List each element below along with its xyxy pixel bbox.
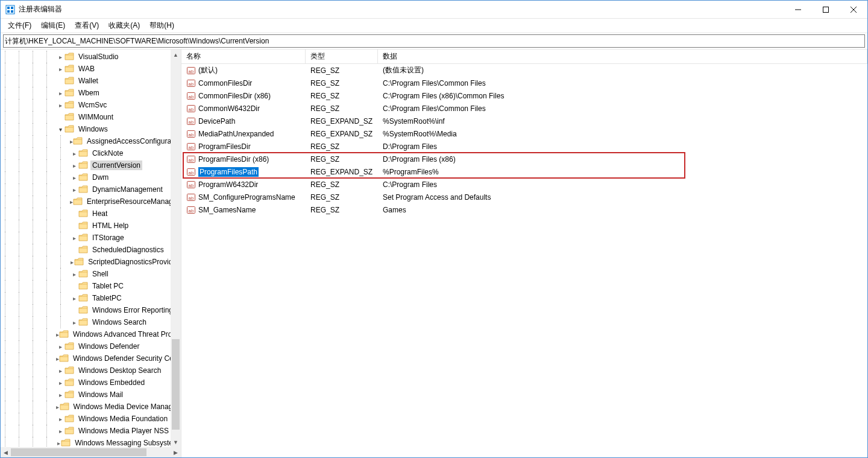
menu-edit[interactable]: 编辑(E) bbox=[36, 19, 70, 32]
tree-item[interactable]: HTML Help bbox=[1, 220, 181, 232]
address-text: 计算机\HKEY_LOCAL_MACHINE\SOFTWARE\Microsof… bbox=[5, 36, 269, 46]
close-button[interactable] bbox=[840, 1, 867, 19]
chevron-right-icon[interactable]: ▸ bbox=[56, 416, 64, 422]
maximize-button[interactable] bbox=[812, 1, 840, 19]
value-row[interactable]: abSM_GamesNameREG_SZGames bbox=[181, 203, 867, 216]
chevron-right-icon[interactable]: ▸ bbox=[56, 380, 64, 386]
value-data: C:\Program Files\Common Files bbox=[378, 104, 867, 113]
tree-item[interactable]: WIMMount bbox=[1, 111, 181, 123]
scroll-left-icon[interactable]: ◀ bbox=[1, 447, 11, 457]
tree-item[interactable]: ▸ClickNote bbox=[1, 147, 181, 159]
value-row[interactable]: abProgramFilesDir (x86)REG_SZD:\Program … bbox=[181, 153, 867, 165]
tree-item[interactable]: ScheduledDiagnostics bbox=[1, 244, 181, 256]
tree-item[interactable]: ▸Shell bbox=[1, 268, 181, 280]
tree-item[interactable]: ▸Windows Media Foundation bbox=[1, 413, 181, 425]
chevron-down-icon[interactable]: ▾ bbox=[56, 126, 64, 133]
tree-item[interactable]: ▸Windows Search bbox=[1, 316, 181, 328]
column-header-data[interactable]: 数据 bbox=[378, 49, 867, 63]
value-row[interactable]: ab(默认)REG_SZ(数值未设置) bbox=[181, 64, 867, 77]
folder-icon bbox=[73, 137, 83, 145]
tree-item[interactable]: ▸ITStorage bbox=[1, 232, 181, 244]
tree-item[interactable]: Tablet PC bbox=[1, 280, 181, 292]
chevron-right-icon[interactable]: ▸ bbox=[70, 271, 78, 278]
tree-item[interactable]: ▸Wbem bbox=[1, 87, 181, 99]
value-data: Games bbox=[378, 206, 867, 214]
chevron-right-icon[interactable]: ▸ bbox=[70, 162, 78, 169]
value-row[interactable]: abMediaPathUnexpandedREG_EXPAND_SZ%Syste… bbox=[181, 127, 867, 140]
tree-item[interactable]: Wallet bbox=[1, 75, 181, 87]
tree-item[interactable]: ▸Windows Embedded bbox=[1, 377, 181, 389]
menu-view[interactable]: 查看(V) bbox=[70, 19, 104, 32]
value-row[interactable]: abCommonW6432DirREG_SZC:\Program Files\C… bbox=[181, 102, 867, 115]
value-row[interactable]: abProgramFilesPathREG_EXPAND_SZ%ProgramF… bbox=[181, 165, 867, 178]
tree-item[interactable]: Windows Error Reporting bbox=[1, 304, 181, 316]
tree-item[interactable]: ▸DynamicManagement bbox=[1, 183, 181, 196]
column-header-name[interactable]: 名称 bbox=[181, 49, 306, 63]
tree-vertical-scrollbar[interactable]: ▲ ▼ bbox=[171, 49, 181, 447]
chevron-right-icon[interactable]: ▸ bbox=[70, 295, 78, 302]
value-row[interactable]: abProgramW6432DirREG_SZC:\Program Files bbox=[181, 178, 867, 191]
tree-item[interactable]: ▸TabletPC bbox=[1, 292, 181, 304]
chevron-right-icon[interactable]: ▸ bbox=[56, 54, 64, 60]
tree-item[interactable]: ▸Windows Advanced Threat Protection bbox=[1, 328, 181, 340]
tree-item[interactable]: ▸ScriptedDiagnosticsProvider bbox=[1, 256, 181, 268]
menu-help[interactable]: 帮助(H) bbox=[145, 19, 179, 32]
value-row[interactable]: abProgramFilesDirREG_SZD:\Program Files bbox=[181, 140, 867, 153]
tree-item-label: Tablet PC bbox=[90, 281, 125, 291]
tree-item[interactable]: ▸Windows Defender bbox=[1, 340, 181, 352]
tree-item[interactable]: ▸EnterpriseResourceManager bbox=[1, 196, 181, 208]
chevron-right-icon[interactable]: ▸ bbox=[56, 90, 64, 97]
tree-item[interactable]: ▸WcmSvc bbox=[1, 99, 181, 111]
tree-horizontal-scrollbar[interactable]: ◀ ▶ bbox=[1, 447, 181, 457]
tree-item-label: TabletPC bbox=[90, 293, 124, 303]
chevron-right-icon[interactable]: ▸ bbox=[70, 150, 78, 157]
menu-favorites[interactable]: 收藏夹(A) bbox=[104, 19, 145, 32]
tree-item[interactable]: ▸CurrentVersion bbox=[1, 159, 181, 171]
titlebar[interactable]: 注册表编辑器 bbox=[1, 1, 867, 19]
tree-item[interactable]: ▸Windows Messaging Subsystem bbox=[1, 437, 181, 447]
address-bar[interactable]: 计算机\HKEY_LOCAL_MACHINE\SOFTWARE\Microsof… bbox=[3, 34, 865, 48]
chevron-right-icon[interactable]: ▸ bbox=[70, 319, 78, 326]
chevron-right-icon[interactable]: ▸ bbox=[56, 343, 64, 350]
value-row[interactable]: abCommonFilesDirREG_SZC:\Program Files\C… bbox=[181, 77, 867, 89]
chevron-right-icon[interactable]: ▸ bbox=[56, 102, 64, 109]
tree-item[interactable]: ▸Windows Desktop Search bbox=[1, 364, 181, 377]
vertical-scroll-thumb[interactable] bbox=[172, 339, 180, 430]
chevron-right-icon[interactable]: ▸ bbox=[56, 428, 64, 434]
tree-item[interactable]: ▸Dwm bbox=[1, 171, 181, 183]
chevron-right-icon[interactable]: ▸ bbox=[56, 367, 64, 374]
tree-item[interactable]: ▸Windows Media Player NSS bbox=[1, 425, 181, 437]
tree-item-label: WcmSvc bbox=[77, 100, 108, 110]
scroll-right-icon[interactable]: ▶ bbox=[171, 447, 181, 457]
scroll-down-icon[interactable]: ▼ bbox=[171, 437, 181, 447]
tree-item[interactable]: ▾Windows bbox=[1, 123, 181, 135]
tree-item[interactable]: ▸Windows Media Device Manager bbox=[1, 401, 181, 413]
column-header-type[interactable]: 类型 bbox=[306, 49, 378, 63]
tree-item[interactable]: ▸Windows Mail bbox=[1, 389, 181, 401]
registry-tree[interactable]: ▸VisualStudio▸WABWallet▸Wbem▸WcmSvcWIMMo… bbox=[1, 49, 181, 447]
chevron-right-icon[interactable]: ▸ bbox=[70, 186, 78, 193]
minimize-button[interactable] bbox=[784, 1, 812, 19]
tree-item[interactable]: ▸Windows Defender Security Center bbox=[1, 352, 181, 364]
tree-item[interactable]: Heat bbox=[1, 208, 181, 220]
tree-item-label: EnterpriseResourceManager bbox=[85, 197, 181, 206]
chevron-right-icon[interactable]: ▸ bbox=[56, 66, 64, 72]
chevron-right-icon[interactable]: ▸ bbox=[70, 235, 78, 241]
value-row[interactable]: abCommonFilesDir (x86)REG_SZC:\Program F… bbox=[181, 89, 867, 102]
tree-item[interactable]: ▸WAB bbox=[1, 63, 181, 75]
value-row[interactable]: abSM_ConfigureProgramsNameREG_SZSet Prog… bbox=[181, 191, 867, 203]
menu-file[interactable]: 文件(F) bbox=[3, 19, 36, 32]
chevron-right-icon[interactable]: ▸ bbox=[70, 259, 74, 266]
folder-icon bbox=[64, 77, 74, 85]
value-row[interactable]: abDevicePathREG_EXPAND_SZ%SystemRoot%\in… bbox=[181, 115, 867, 127]
chevron-right-icon[interactable]: ▸ bbox=[56, 392, 64, 398]
chevron-right-icon[interactable]: ▸ bbox=[70, 174, 78, 181]
horizontal-scroll-thumb[interactable] bbox=[11, 448, 146, 456]
chevron-right-icon[interactable]: ▸ bbox=[56, 440, 61, 447]
tree-item[interactable]: ▸AssignedAccessConfiguration bbox=[1, 135, 181, 147]
scroll-up-icon[interactable]: ▲ bbox=[171, 49, 181, 60]
value-name: CommonFilesDir (x86) bbox=[198, 92, 271, 100]
value-list[interactable]: ab(默认)REG_SZ(数值未设置)abCommonFilesDirREG_S… bbox=[181, 64, 867, 457]
tree-item[interactable]: ▸VisualStudio bbox=[1, 51, 181, 63]
svg-text:ab: ab bbox=[189, 119, 194, 125]
